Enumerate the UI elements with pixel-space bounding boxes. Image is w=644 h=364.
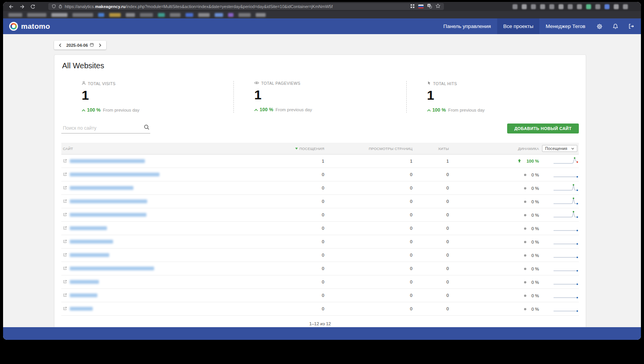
column-header-hits[interactable]: ХИТЫ <box>414 143 450 155</box>
previous-day-icon[interactable] <box>58 43 63 47</box>
sparkline-chart[interactable] <box>553 242 579 246</box>
hits-cell: 0 <box>414 181 450 195</box>
extension-icon[interactable] <box>605 4 610 9</box>
site-link[interactable] <box>63 266 154 271</box>
add-site-button[interactable]: ДОБАВИТЬ НОВЫЙ САЙТ <box>507 124 579 133</box>
table-row-6: 0000 % <box>61 235 579 249</box>
bookmark-item[interactable] <box>27 13 46 17</box>
settings-gear-icon[interactable] <box>591 18 608 34</box>
bookmark-item[interactable] <box>186 13 193 17</box>
site-link[interactable] <box>63 280 99 284</box>
extension-icon[interactable] <box>586 4 591 9</box>
bookmark-item[interactable] <box>8 13 22 17</box>
extension-icon[interactable] <box>531 4 536 9</box>
trend-flat-icon <box>524 281 526 283</box>
external-link-icon[interactable] <box>63 293 67 298</box>
bookmark-item[interactable] <box>170 13 181 17</box>
lock-icon[interactable] <box>58 3 62 10</box>
extension-icon[interactable] <box>595 4 600 9</box>
site-link[interactable] <box>63 239 113 244</box>
external-link-icon[interactable] <box>63 159 67 164</box>
site-link[interactable] <box>63 212 146 217</box>
extension-icon[interactable] <box>577 4 582 9</box>
extension-icon[interactable] <box>513 4 518 9</box>
site-link[interactable] <box>63 226 107 231</box>
external-link-icon[interactable] <box>63 226 67 231</box>
bookmark-item[interactable] <box>98 13 104 17</box>
url-bar[interactable]: https://analytics.makeagency.ru/index.ph… <box>48 3 444 10</box>
external-link-icon[interactable] <box>63 306 67 311</box>
bookmark-item[interactable] <box>140 13 153 17</box>
forward-icon[interactable] <box>18 3 26 10</box>
site-link[interactable] <box>63 172 159 177</box>
sparkline-chart[interactable] <box>553 175 579 179</box>
bookmark-item[interactable] <box>215 13 223 17</box>
translate-icon[interactable]: A <box>427 3 432 10</box>
sparkline-chart[interactable] <box>553 255 579 260</box>
stat-change-note: From previous day <box>448 108 485 112</box>
sparkline-chart[interactable] <box>553 282 579 287</box>
table-row-1: 0000 % <box>61 168 579 181</box>
extension-icon[interactable] <box>559 4 564 9</box>
next-day-icon[interactable] <box>97 43 103 47</box>
bookmark-item[interactable] <box>158 13 165 17</box>
site-link[interactable] <box>63 199 147 204</box>
site-link[interactable] <box>63 293 97 298</box>
russian-flag-icon[interactable] <box>418 5 424 8</box>
evolution-cell: 0 % <box>450 262 540 275</box>
logout-icon[interactable] <box>623 18 641 34</box>
sparkline-chart[interactable] <box>553 201 579 206</box>
reload-icon[interactable] <box>28 3 37 10</box>
external-link-icon[interactable] <box>63 266 67 271</box>
sparkline-chart[interactable] <box>553 228 579 233</box>
stat-block-1: TOTAL PAGEVIEWS1100 %From previous day <box>233 81 406 113</box>
bookmark-item[interactable] <box>72 13 93 17</box>
column-header-site[interactable]: САЙТ <box>61 143 268 155</box>
bookmark-item[interactable] <box>51 13 67 17</box>
sparkline-chart[interactable] <box>553 309 579 313</box>
site-link[interactable] <box>63 186 133 190</box>
extension-icon[interactable] <box>540 4 545 9</box>
matomo-logo[interactable]: matomo <box>9 18 50 34</box>
bookmark-item[interactable] <box>228 13 233 17</box>
sparkline-chart[interactable] <box>553 295 579 300</box>
site-link[interactable] <box>63 306 93 311</box>
tracking-shield-icon[interactable] <box>52 3 56 10</box>
sparkline-chart[interactable] <box>553 188 579 193</box>
date-picker[interactable]: 2025-04-06 <box>54 41 106 49</box>
external-link-icon[interactable] <box>63 199 67 204</box>
sparkline-chart[interactable] <box>553 161 579 166</box>
back-icon[interactable] <box>7 3 15 10</box>
external-link-icon[interactable] <box>63 253 67 258</box>
bookmark-item[interactable] <box>238 13 251 17</box>
site-search-input[interactable] <box>62 125 141 131</box>
external-link-icon[interactable] <box>63 280 67 285</box>
extension-icon[interactable] <box>623 4 628 9</box>
bookmark-item[interactable] <box>256 13 266 17</box>
site-link[interactable] <box>63 159 145 163</box>
nav-item-1[interactable]: Все проекты <box>497 18 540 34</box>
extension-icon[interactable] <box>522 4 527 9</box>
bookmark-item[interactable] <box>109 13 121 17</box>
sparkline-chart[interactable] <box>553 268 579 273</box>
sparkline-chart[interactable] <box>553 215 579 219</box>
nav-item-2[interactable]: Менеджер Тегов <box>539 18 591 34</box>
column-header-visits[interactable]: ПОСЕЩЕНИЯ <box>268 143 326 155</box>
site-link[interactable] <box>63 253 109 257</box>
extension-icon[interactable] <box>614 4 619 9</box>
bookmark-item[interactable] <box>126 13 135 17</box>
nav-item-0[interactable]: Панель управления <box>437 18 497 34</box>
external-link-icon[interactable] <box>63 172 67 177</box>
external-link-icon[interactable] <box>63 239 67 244</box>
external-link-icon[interactable] <box>63 186 67 191</box>
extension-icon[interactable] <box>549 4 554 9</box>
column-header-pageviews[interactable]: ПРОСМОТРЫ СТРАНИЦ <box>326 143 414 155</box>
bookmark-star-icon[interactable] <box>435 3 440 10</box>
metric-selector[interactable]: Посещения <box>542 145 577 152</box>
extension-icon[interactable] <box>568 4 573 9</box>
notifications-bell-icon[interactable] <box>608 18 623 34</box>
containers-grid-icon[interactable] <box>410 3 415 10</box>
bookmark-item[interactable] <box>198 13 210 17</box>
search-icon[interactable] <box>144 124 150 132</box>
external-link-icon[interactable] <box>63 212 67 217</box>
